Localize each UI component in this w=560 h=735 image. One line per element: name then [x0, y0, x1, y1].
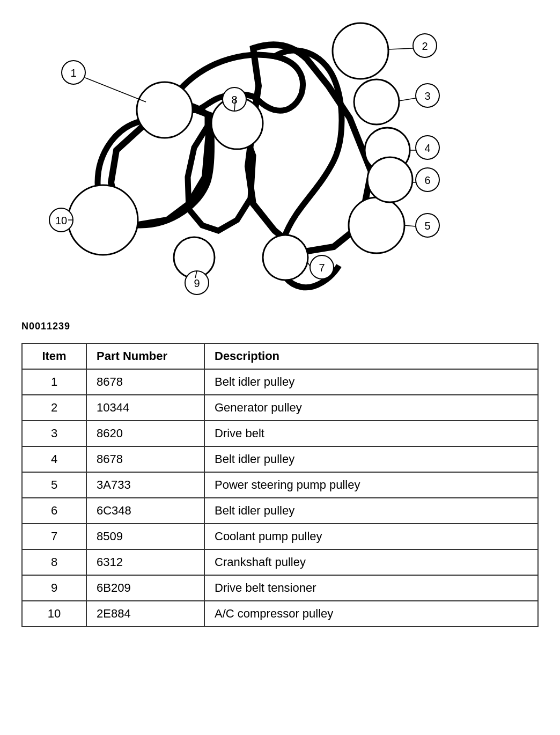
table-row: 78509Coolant pump pulley [22, 524, 538, 549]
table-row: 96B209Drive belt tensioner [22, 575, 538, 601]
header-part-number: Part Number [86, 343, 204, 369]
cell-part-number: 10344 [86, 395, 204, 421]
cell-part-number: 6B209 [86, 575, 204, 601]
cell-part-number: 8678 [86, 369, 204, 395]
cell-part-number: 6312 [86, 549, 204, 575]
cell-part-number: 8509 [86, 524, 204, 549]
cell-description: Drive belt [204, 421, 538, 446]
cell-description: A/C compressor pulley [204, 601, 538, 627]
svg-text:6: 6 [424, 174, 430, 186]
cell-item: 1 [22, 369, 86, 395]
svg-text:9: 9 [194, 277, 200, 289]
svg-line-15 [388, 48, 413, 49]
cell-item: 9 [22, 575, 86, 601]
svg-point-4 [349, 197, 404, 253]
cell-description: Coolant pump pulley [204, 524, 538, 549]
cell-description: Power steering pump pulley [204, 472, 538, 498]
svg-text:10: 10 [55, 215, 67, 226]
cell-item: 7 [22, 524, 86, 549]
svg-line-18 [399, 98, 416, 101]
cell-part-number: 6C348 [86, 498, 204, 524]
cell-part-number: 2E884 [86, 601, 204, 627]
main-container: 1 2 3 4 5 6 7 [21, 16, 539, 627]
svg-point-0 [137, 82, 193, 138]
svg-text:2: 2 [422, 40, 428, 52]
cell-description: Generator pulley [204, 395, 538, 421]
cell-part-number: 8620 [86, 421, 204, 446]
cell-item: 6 [22, 498, 86, 524]
svg-point-9 [68, 185, 138, 255]
belt-diagram: 1 2 3 4 5 6 7 [23, 16, 537, 317]
diagram-label: N0011239 [21, 321, 70, 332]
cell-part-number: 3A733 [86, 472, 204, 498]
svg-text:3: 3 [424, 90, 430, 102]
svg-text:8: 8 [231, 94, 237, 106]
table-header-row: Item Part Number Description [22, 343, 538, 369]
table-row: 18678Belt idler pulley [22, 369, 538, 395]
svg-text:4: 4 [424, 142, 430, 154]
svg-point-1 [333, 23, 388, 79]
diagram-wrapper: 1 2 3 4 5 6 7 [21, 16, 539, 317]
cell-description: Drive belt tensioner [204, 575, 538, 601]
cell-item: 10 [22, 601, 86, 627]
svg-line-12 [85, 78, 146, 102]
cell-item: 2 [22, 395, 86, 421]
svg-line-24 [404, 225, 416, 226]
svg-text:5: 5 [424, 220, 430, 232]
cell-item: 4 [22, 446, 86, 472]
cell-description: Belt idler pulley [204, 498, 538, 524]
svg-line-30 [308, 263, 310, 266]
cell-item: 5 [22, 472, 86, 498]
table-row: 53A733Power steering pump pulley [22, 472, 538, 498]
header-item: Item [22, 343, 86, 369]
svg-text:1: 1 [70, 67, 76, 79]
cell-item: 8 [22, 549, 86, 575]
cell-description: Crankshaft pulley [204, 549, 538, 575]
parts-table: Item Part Number Description 18678Belt i… [21, 343, 539, 627]
svg-point-2 [354, 79, 399, 124]
header-description: Description [204, 343, 538, 369]
svg-text:7: 7 [319, 262, 325, 274]
cell-description: Belt idler pulley [204, 446, 538, 472]
table-row: 66C348Belt idler pulley [22, 498, 538, 524]
svg-point-5 [367, 157, 412, 202]
table-row: 86312Crankshaft pulley [22, 549, 538, 575]
cell-description: Belt idler pulley [204, 369, 538, 395]
table-row: 102E884A/C compressor pulley [22, 601, 538, 627]
cell-part-number: 8678 [86, 446, 204, 472]
cell-item: 3 [22, 421, 86, 446]
table-row: 48678Belt idler pulley [22, 446, 538, 472]
table-row: 210344Generator pulley [22, 395, 538, 421]
svg-point-6 [263, 235, 308, 280]
table-row: 38620Drive belt [22, 421, 538, 446]
